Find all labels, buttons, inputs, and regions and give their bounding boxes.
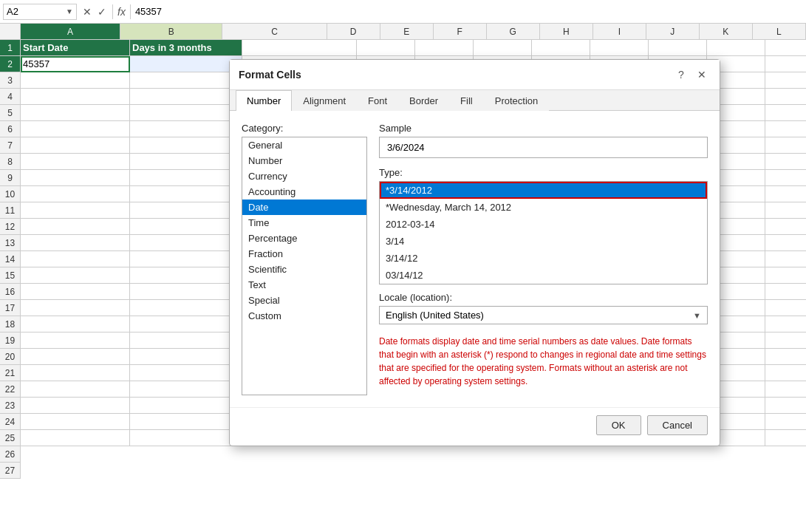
locale-value: English (United States) (386, 310, 484, 321)
category-item-fraction[interactable]: Fraction (242, 246, 366, 262)
confirm-icon[interactable]: ✓ (96, 4, 108, 19)
row-header-3[interactable]: 3 (0, 72, 20, 89)
type-list[interactable]: *3/14/2012 *Wednesday, March 14, 2012 20… (379, 181, 708, 284)
col-header-k[interactable]: K (700, 24, 753, 39)
tab-protection[interactable]: Protection (484, 90, 550, 111)
type-item-3[interactable]: 3/14 (380, 233, 707, 250)
row-header-6[interactable]: 6 (0, 121, 20, 137)
row-header-10[interactable]: 10 (0, 186, 20, 202)
row-header-4[interactable]: 4 (0, 89, 20, 105)
cell-b3[interactable] (130, 72, 242, 89)
row-header-15[interactable]: 15 (0, 267, 20, 284)
tab-font[interactable]: Font (357, 90, 398, 111)
row-header-19[interactable]: 19 (0, 332, 20, 349)
category-section: Category: General Number Currency Accoun… (242, 123, 367, 395)
locale-select[interactable]: English (United States) ▼ (379, 306, 708, 324)
cell-j1[interactable] (707, 40, 765, 56)
col-header-b[interactable]: B (120, 24, 223, 39)
category-item-currency[interactable]: Currency (242, 168, 366, 184)
col-header-d[interactable]: D (327, 24, 380, 39)
cell-a2[interactable]: 45357 (21, 56, 130, 72)
category-item-scientific[interactable]: Scientific (242, 262, 366, 277)
category-item-time[interactable]: Time (242, 215, 366, 231)
cell-f1[interactable] (474, 40, 532, 56)
cell-e1[interactable] (415, 40, 474, 56)
category-list[interactable]: General Number Currency Accounting Date … (242, 137, 367, 395)
fx-icon[interactable]: fx (112, 4, 131, 19)
col-header-a[interactable]: A (21, 24, 120, 39)
cell-c1[interactable] (242, 40, 357, 56)
cell-a3[interactable] (21, 72, 130, 89)
row-header-2[interactable]: 2 (0, 56, 20, 72)
col-header-g[interactable]: G (487, 24, 540, 39)
dialog-titlebar: Format Cells ? ✕ (230, 60, 720, 90)
row-header-24[interactable]: 24 (0, 414, 20, 430)
row-header-20[interactable]: 20 (0, 349, 20, 365)
col-header-h[interactable]: H (540, 24, 593, 39)
row-header-25[interactable]: 25 (0, 430, 20, 446)
locale-dropdown-icon: ▼ (693, 311, 701, 320)
tab-fill[interactable]: Fill (449, 90, 484, 111)
category-item-percentage[interactable]: Percentage (242, 231, 366, 246)
name-box-dropdown-icon[interactable]: ▼ (66, 7, 73, 16)
category-item-special[interactable]: Special (242, 293, 366, 308)
col-header-i[interactable]: I (593, 24, 646, 39)
cell-b2[interactable] (130, 56, 242, 72)
name-box[interactable]: A2 ▼ (3, 4, 77, 20)
tab-border[interactable]: Border (398, 90, 449, 111)
category-item-custom[interactable]: Custom (242, 308, 366, 324)
col-header-l[interactable]: L (753, 24, 806, 39)
type-item-6[interactable]: 14-Mar (380, 284, 707, 284)
row-header-7[interactable]: 7 (0, 137, 20, 154)
cell-i1[interactable] (649, 40, 707, 56)
row-header-16[interactable]: 16 (0, 284, 20, 300)
category-item-general[interactable]: General (242, 137, 366, 153)
cell-d1[interactable] (357, 40, 415, 56)
cell-h1[interactable] (590, 40, 649, 56)
col-header-e[interactable]: E (380, 24, 434, 39)
cell-g1[interactable] (532, 40, 590, 56)
row-header-27[interactable]: 27 (0, 463, 20, 479)
category-item-date[interactable]: Date (242, 200, 366, 215)
col-header-f[interactable]: F (434, 24, 487, 39)
cell-k3[interactable] (765, 72, 806, 89)
row-header-18[interactable]: 18 (0, 316, 20, 332)
row-header-17[interactable]: 17 (0, 300, 20, 316)
type-item-4[interactable]: 3/14/12 (380, 250, 707, 267)
row-header-12[interactable]: 12 (0, 219, 20, 235)
cancel-button[interactable]: Cancel (647, 415, 708, 435)
row-header-8[interactable]: 8 (0, 154, 20, 170)
help-button[interactable]: ? (672, 66, 690, 83)
close-button[interactable]: ✕ (693, 66, 711, 83)
ok-button[interactable]: OK (596, 415, 641, 435)
row-header-14[interactable]: 14 (0, 251, 20, 267)
type-item-0[interactable]: *3/14/2012 (380, 182, 707, 199)
row-header-1[interactable]: 1 (0, 40, 20, 56)
row-header-23[interactable]: 23 (0, 398, 20, 414)
row-header-22[interactable]: 22 (0, 381, 20, 398)
cell-k1[interactable] (765, 40, 806, 56)
row-header-26[interactable]: 26 (0, 446, 20, 463)
cell-k2[interactable] (765, 56, 806, 72)
dialog-footer: OK Cancel (230, 407, 720, 446)
type-item-5[interactable]: 03/14/12 (380, 267, 707, 284)
formula-input[interactable] (132, 6, 803, 17)
row-header-9[interactable]: 9 (0, 170, 20, 186)
col-header-c[interactable]: C (222, 24, 327, 39)
tab-number[interactable]: Number (236, 90, 292, 111)
tab-alignment[interactable]: Alignment (292, 90, 357, 111)
cell-a1[interactable]: Start Date (21, 40, 130, 56)
category-item-accounting[interactable]: Accounting (242, 184, 366, 200)
type-item-2[interactable]: 2012-03-14 (380, 216, 707, 233)
row-header-11[interactable]: 11 (0, 202, 20, 219)
cancel-icon[interactable]: ✕ (81, 4, 93, 19)
category-item-number[interactable]: Number (242, 153, 366, 168)
row-header-13[interactable]: 13 (0, 235, 20, 251)
category-item-text[interactable]: Text (242, 277, 366, 293)
row-header-5[interactable]: 5 (0, 105, 20, 121)
dialog-title-icons: ? ✕ (672, 66, 711, 83)
row-header-21[interactable]: 21 (0, 365, 20, 381)
cell-b1[interactable]: Days in 3 months (130, 40, 242, 56)
col-header-j[interactable]: J (646, 24, 700, 39)
type-item-1[interactable]: *Wednesday, March 14, 2012 (380, 199, 707, 216)
